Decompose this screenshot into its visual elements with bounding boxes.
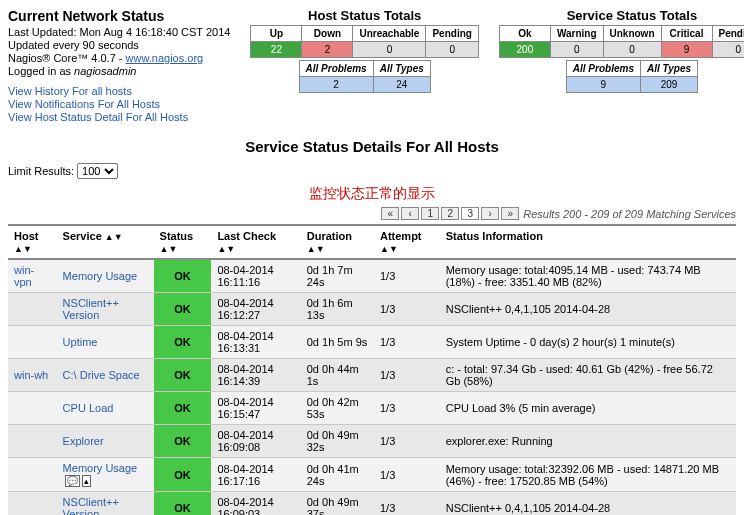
table-row: CPU LoadOK08-04-2014 16:15:470d 0h 42m 5… (8, 392, 736, 425)
val-unreachable[interactable]: 0 (353, 42, 426, 58)
th-duration[interactable]: Duration (301, 225, 374, 259)
col-svc-pending[interactable]: Pending (712, 26, 744, 42)
col-down[interactable]: Down (302, 26, 353, 42)
cell-last-check: 08-04-2014 16:15:47 (211, 392, 300, 425)
pager-page-1[interactable]: 1 (421, 207, 439, 220)
pager-prev-icon[interactable]: ‹ (401, 207, 419, 220)
cell-host (8, 458, 57, 492)
col-warning[interactable]: Warning (550, 26, 603, 42)
host-status-totals: Host Status Totals Up Down Unreachable P… (250, 8, 478, 93)
cell-duration: 0d 0h 49m 37s (301, 492, 374, 516)
th-service[interactable]: Service (57, 225, 154, 259)
section-title: Service Status Details For All Hosts (8, 138, 736, 155)
val-all-problems[interactable]: 2 (299, 77, 373, 93)
service-problems-table: All Problems All Types 9 209 (566, 60, 698, 93)
val-critical[interactable]: 9 (661, 42, 712, 58)
cell-info: System Uptime - 0 day(s) 2 hour(s) 1 min… (440, 326, 736, 359)
th-status[interactable]: Status (154, 225, 212, 259)
link-history[interactable]: View History For all hosts (8, 85, 230, 97)
nagios-version: Nagios® Core™ 4.0.7 - www.nagios.org (8, 52, 230, 64)
col-ok[interactable]: Ok (499, 26, 550, 42)
col-svc-all-types[interactable]: All Types (640, 61, 697, 77)
service-link[interactable]: NSClient++ Version (63, 496, 119, 515)
pager-page-2[interactable]: 2 (441, 207, 459, 220)
col-svc-all-problems[interactable]: All Problems (566, 61, 640, 77)
comment-icon[interactable]: 💬 (65, 475, 80, 487)
cell-info: NSClient++ 0,4,1,105 2014-04-28 (440, 492, 736, 516)
cell-attempt: 1/3 (374, 359, 440, 392)
pager-last-icon[interactable]: » (501, 207, 519, 220)
service-link[interactable]: Memory Usage (63, 462, 138, 474)
cell-last-check: 08-04-2014 16:09:08 (211, 425, 300, 458)
table-row: NSClient++ VersionOK08-04-2014 16:09:030… (8, 492, 736, 516)
th-host[interactable]: Host (8, 225, 57, 259)
val-pending[interactable]: 0 (426, 42, 478, 58)
cell-host: win-vpn (8, 259, 57, 293)
pager-page-3[interactable]: 3 (461, 207, 479, 220)
host-totals-table: Up Down Unreachable Pending 22 2 0 0 (250, 25, 478, 58)
cell-last-check: 08-04-2014 16:13:31 (211, 326, 300, 359)
val-up[interactable]: 22 (251, 42, 302, 58)
service-link[interactable]: NSClient++ Version (63, 297, 119, 321)
table-row: ExplorerOK08-04-2014 16:09:080d 0h 49m 3… (8, 425, 736, 458)
val-unknown[interactable]: 0 (603, 42, 661, 58)
cell-status: OK (154, 293, 212, 326)
cell-service: CPU Load (57, 392, 154, 425)
service-link[interactable]: Explorer (63, 435, 104, 447)
col-all-problems[interactable]: All Problems (299, 61, 373, 77)
cell-last-check: 08-04-2014 16:11:16 (211, 259, 300, 293)
cell-service: Explorer (57, 425, 154, 458)
limit-select[interactable]: 100 (77, 163, 118, 179)
val-svc-all-problems[interactable]: 9 (566, 77, 640, 93)
cell-attempt: 1/3 (374, 425, 440, 458)
link-host-detail[interactable]: View Host Status Detail For All Hosts (8, 111, 230, 123)
host-problems-table: All Problems All Types 2 24 (299, 60, 431, 93)
col-unreachable[interactable]: Unreachable (353, 26, 426, 42)
th-attempt[interactable]: Attempt (374, 225, 440, 259)
host-link[interactable]: win-vpn (14, 264, 34, 288)
table-row: UptimeOK08-04-2014 16:13:310d 1h 5m 9s1/… (8, 326, 736, 359)
cell-attempt: 1/3 (374, 326, 440, 359)
service-link[interactable]: Memory Usage (63, 270, 138, 282)
col-up[interactable]: Up (251, 26, 302, 42)
cell-host (8, 492, 57, 516)
cell-attempt: 1/3 (374, 458, 440, 492)
pager-next-icon[interactable]: › (481, 207, 499, 220)
val-all-types[interactable]: 24 (373, 77, 430, 93)
val-svc-all-types[interactable]: 209 (640, 77, 697, 93)
host-link[interactable]: win-wh (14, 369, 48, 381)
col-all-types[interactable]: All Types (373, 61, 430, 77)
cell-host (8, 425, 57, 458)
cell-host (8, 392, 57, 425)
cell-attempt: 1/3 (374, 492, 440, 516)
cell-duration: 0d 0h 42m 53s (301, 392, 374, 425)
cell-attempt: 1/3 (374, 293, 440, 326)
table-row: win-vpnMemory UsageOK08-04-2014 16:11:16… (8, 259, 736, 293)
extra-action-icon[interactable]: ▴ (82, 475, 91, 487)
cell-last-check: 08-04-2014 16:12:27 (211, 293, 300, 326)
val-svc-pending[interactable]: 0 (712, 42, 744, 58)
cell-info: Memory usage: total:32392.06 MB - used: … (440, 458, 736, 492)
cell-status: OK (154, 458, 212, 492)
val-ok[interactable]: 200 (499, 42, 550, 58)
cell-host (8, 326, 57, 359)
service-link[interactable]: CPU Load (63, 402, 114, 414)
nagios-link[interactable]: www.nagios.org (126, 52, 204, 64)
sort-asc-icon (14, 244, 23, 254)
pager-first-icon[interactable]: « (381, 207, 399, 220)
service-table: Host Service Status Last Check Duration … (8, 224, 736, 515)
service-link[interactable]: Uptime (63, 336, 98, 348)
val-warning[interactable]: 0 (550, 42, 603, 58)
limit-label: Limit Results: (8, 165, 77, 177)
limit-results: Limit Results: 100 (8, 163, 736, 179)
th-last-check[interactable]: Last Check (211, 225, 300, 259)
service-link[interactable]: C:\ Drive Space (63, 369, 140, 381)
cell-duration: 0d 1h 7m 24s (301, 259, 374, 293)
table-row: NSClient++ VersionOK08-04-2014 16:12:270… (8, 293, 736, 326)
results-summary: Results 200 - 209 of 209 Matching Servic… (523, 208, 736, 220)
val-down[interactable]: 2 (302, 42, 353, 58)
link-notifications[interactable]: View Notifications For All Hosts (8, 98, 230, 110)
col-unknown[interactable]: Unknown (603, 26, 661, 42)
col-critical[interactable]: Critical (661, 26, 712, 42)
col-pending[interactable]: Pending (426, 26, 478, 42)
